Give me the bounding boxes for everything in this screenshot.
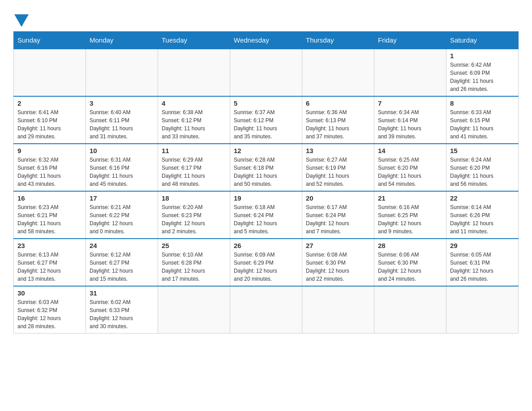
week-row-3: 9Sunrise: 6:32 AM Sunset: 6:16 PM Daylig… — [14, 144, 519, 191]
day-info: Sunrise: 6:37 AM Sunset: 6:12 PM Dayligh… — [234, 108, 298, 141]
calendar-cell — [230, 49, 302, 96]
day-info: Sunrise: 6:28 AM Sunset: 6:18 PM Dayligh… — [234, 156, 298, 188]
svg-marker-0 — [14, 14, 29, 27]
calendar-cell: 11Sunrise: 6:29 AM Sunset: 6:17 PM Dayli… — [158, 144, 230, 191]
calendar-cell: 9Sunrise: 6:32 AM Sunset: 6:16 PM Daylig… — [14, 144, 86, 191]
weekday-header-tuesday: Tuesday — [158, 32, 230, 49]
day-number: 9 — [17, 147, 82, 154]
day-info: Sunrise: 6:13 AM Sunset: 6:27 PM Dayligh… — [17, 251, 82, 283]
weekday-header-row: SundayMondayTuesdayWednesdayThursdayFrid… — [14, 32, 519, 49]
day-number: 3 — [90, 99, 154, 107]
weekday-header-monday: Monday — [86, 32, 158, 49]
logo — [13, 13, 29, 27]
day-info: Sunrise: 6:12 AM Sunset: 6:27 PM Dayligh… — [90, 251, 154, 283]
day-info: Sunrise: 6:41 AM Sunset: 6:10 PM Dayligh… — [17, 108, 82, 141]
calendar-cell: 13Sunrise: 6:27 AM Sunset: 6:19 PM Dayli… — [302, 144, 374, 191]
day-info: Sunrise: 6:06 AM Sunset: 6:30 PM Dayligh… — [378, 251, 442, 283]
day-number: 29 — [450, 242, 515, 249]
calendar-cell: 28Sunrise: 6:06 AM Sunset: 6:30 PM Dayli… — [374, 239, 446, 286]
day-number: 5 — [234, 99, 298, 107]
calendar-cell: 22Sunrise: 6:14 AM Sunset: 6:26 PM Dayli… — [446, 191, 519, 239]
calendar-cell: 29Sunrise: 6:05 AM Sunset: 6:31 PM Dayli… — [446, 239, 519, 286]
day-info: Sunrise: 6:33 AM Sunset: 6:15 PM Dayligh… — [450, 108, 515, 141]
day-info: Sunrise: 6:02 AM Sunset: 6:33 PM Dayligh… — [90, 298, 154, 330]
day-number: 28 — [378, 242, 442, 249]
day-number: 23 — [17, 242, 82, 249]
calendar-cell: 14Sunrise: 6:25 AM Sunset: 6:20 PM Dayli… — [374, 144, 446, 191]
day-number: 8 — [450, 99, 515, 107]
day-info: Sunrise: 6:31 AM Sunset: 6:16 PM Dayligh… — [90, 156, 154, 188]
week-row-4: 16Sunrise: 6:23 AM Sunset: 6:21 PM Dayli… — [14, 191, 519, 239]
day-number: 12 — [234, 147, 298, 154]
weekday-header-thursday: Thursday — [302, 32, 374, 49]
calendar-cell: 18Sunrise: 6:20 AM Sunset: 6:23 PM Dayli… — [158, 191, 230, 239]
week-row-1: 1Sunrise: 6:42 AM Sunset: 6:09 PM Daylig… — [14, 49, 519, 96]
calendar-cell: 17Sunrise: 6:21 AM Sunset: 6:22 PM Dayli… — [86, 191, 158, 239]
day-info: Sunrise: 6:42 AM Sunset: 6:09 PM Dayligh… — [450, 61, 515, 93]
calendar-cell — [302, 286, 374, 334]
calendar-cell: 26Sunrise: 6:09 AM Sunset: 6:29 PM Dayli… — [230, 239, 302, 286]
page-header — [13, 9, 519, 27]
day-number: 19 — [234, 194, 298, 202]
calendar-cell: 23Sunrise: 6:13 AM Sunset: 6:27 PM Dayli… — [14, 239, 86, 286]
calendar-cell: 16Sunrise: 6:23 AM Sunset: 6:21 PM Dayli… — [14, 191, 86, 239]
day-info: Sunrise: 6:17 AM Sunset: 6:24 PM Dayligh… — [306, 203, 370, 235]
day-number: 7 — [378, 99, 442, 107]
calendar-table: SundayMondayTuesdayWednesdayThursdayFrid… — [13, 31, 519, 334]
calendar-cell: 2Sunrise: 6:41 AM Sunset: 6:10 PM Daylig… — [14, 96, 86, 144]
week-row-6: 30Sunrise: 6:03 AM Sunset: 6:32 PM Dayli… — [14, 286, 519, 334]
day-info: Sunrise: 6:27 AM Sunset: 6:19 PM Dayligh… — [306, 156, 370, 188]
day-number: 2 — [17, 99, 82, 107]
weekday-header-saturday: Saturday — [446, 32, 519, 49]
day-number: 30 — [17, 289, 82, 297]
calendar-cell: 10Sunrise: 6:31 AM Sunset: 6:16 PM Dayli… — [86, 144, 158, 191]
day-info: Sunrise: 6:20 AM Sunset: 6:23 PM Dayligh… — [162, 203, 226, 235]
calendar-cell: 1Sunrise: 6:42 AM Sunset: 6:09 PM Daylig… — [446, 49, 519, 96]
calendar-cell — [302, 49, 374, 96]
day-info: Sunrise: 6:40 AM Sunset: 6:11 PM Dayligh… — [90, 108, 154, 141]
calendar-cell: 8Sunrise: 6:33 AM Sunset: 6:15 PM Daylig… — [446, 96, 519, 144]
day-number: 22 — [450, 194, 515, 202]
day-info: Sunrise: 6:14 AM Sunset: 6:26 PM Dayligh… — [450, 203, 515, 235]
day-info: Sunrise: 6:36 AM Sunset: 6:13 PM Dayligh… — [306, 108, 370, 141]
calendar-cell: 21Sunrise: 6:16 AM Sunset: 6:25 PM Dayli… — [374, 191, 446, 239]
calendar-cell: 7Sunrise: 6:34 AM Sunset: 6:14 PM Daylig… — [374, 96, 446, 144]
calendar-cell — [158, 286, 230, 334]
day-number: 4 — [162, 99, 226, 107]
calendar-cell — [158, 49, 230, 96]
day-number: 24 — [90, 242, 154, 249]
day-info: Sunrise: 6:16 AM Sunset: 6:25 PM Dayligh… — [378, 203, 442, 235]
calendar-cell: 3Sunrise: 6:40 AM Sunset: 6:11 PM Daylig… — [86, 96, 158, 144]
day-info: Sunrise: 6:05 AM Sunset: 6:31 PM Dayligh… — [450, 251, 515, 283]
calendar-cell: 4Sunrise: 6:38 AM Sunset: 6:12 PM Daylig… — [158, 96, 230, 144]
weekday-header-wednesday: Wednesday — [230, 32, 302, 49]
day-number: 18 — [162, 194, 226, 202]
week-row-2: 2Sunrise: 6:41 AM Sunset: 6:10 PM Daylig… — [14, 96, 519, 144]
day-number: 6 — [306, 99, 370, 107]
day-number: 11 — [162, 147, 226, 154]
calendar-cell: 6Sunrise: 6:36 AM Sunset: 6:13 PM Daylig… — [302, 96, 374, 144]
weekday-header-sunday: Sunday — [14, 32, 86, 49]
calendar-cell: 24Sunrise: 6:12 AM Sunset: 6:27 PM Dayli… — [86, 239, 158, 286]
calendar-cell: 30Sunrise: 6:03 AM Sunset: 6:32 PM Dayli… — [14, 286, 86, 334]
logo-triangle-icon — [14, 14, 29, 27]
day-info: Sunrise: 6:24 AM Sunset: 6:20 PM Dayligh… — [450, 156, 515, 188]
day-number: 20 — [306, 194, 370, 202]
calendar-cell: 20Sunrise: 6:17 AM Sunset: 6:24 PM Dayli… — [302, 191, 374, 239]
day-info: Sunrise: 6:18 AM Sunset: 6:24 PM Dayligh… — [234, 203, 298, 235]
calendar-cell — [14, 49, 86, 96]
week-row-5: 23Sunrise: 6:13 AM Sunset: 6:27 PM Dayli… — [14, 239, 519, 286]
day-number: 14 — [378, 147, 442, 154]
day-number: 17 — [90, 194, 154, 202]
day-number: 27 — [306, 242, 370, 249]
calendar-cell: 19Sunrise: 6:18 AM Sunset: 6:24 PM Dayli… — [230, 191, 302, 239]
calendar-cell — [446, 286, 519, 334]
calendar-cell — [374, 49, 446, 96]
weekday-header-friday: Friday — [374, 32, 446, 49]
day-info: Sunrise: 6:08 AM Sunset: 6:30 PM Dayligh… — [306, 251, 370, 283]
day-info: Sunrise: 6:38 AM Sunset: 6:12 PM Dayligh… — [162, 108, 226, 141]
day-info: Sunrise: 6:34 AM Sunset: 6:14 PM Dayligh… — [378, 108, 442, 141]
day-info: Sunrise: 6:03 AM Sunset: 6:32 PM Dayligh… — [17, 298, 82, 330]
calendar-cell — [374, 286, 446, 334]
day-number: 25 — [162, 242, 226, 249]
